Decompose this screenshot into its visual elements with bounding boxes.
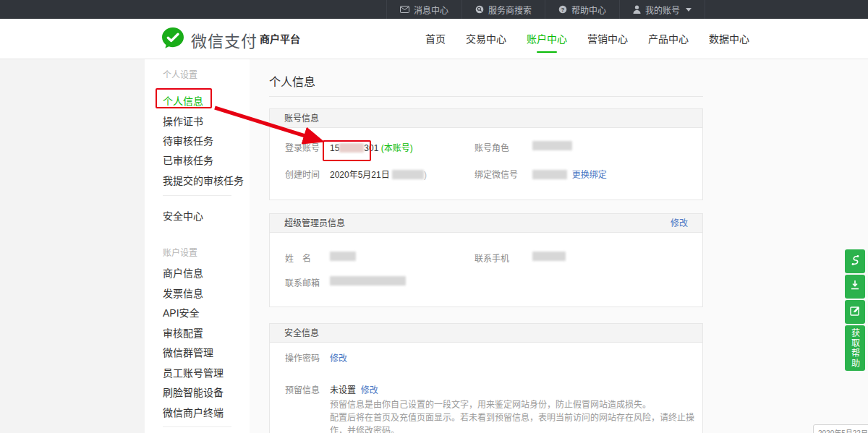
reserved-info-value: 未设置 修改	[330, 383, 378, 395]
sidebar-item-wechat-group-management[interactable]: 微信群管理	[163, 345, 213, 359]
brand-logo[interactable]: 微信支付	[161, 26, 258, 53]
topbar: 消息中心 服务商搜索 ? 帮助中心 我的账号	[0, 0, 868, 19]
card-header-title: 超级管理员信息	[284, 214, 345, 232]
redacted-blur	[532, 141, 572, 150]
bound-wechat-label: 绑定微信号	[475, 168, 518, 180]
brand-name: 微信支付	[191, 28, 258, 51]
float-widget: 获取帮助	[845, 249, 865, 371]
sidebar-item-reviewed-tasks[interactable]: 已审核任务	[163, 153, 213, 167]
card-header-title: 安全信息	[284, 324, 319, 342]
contact-email-label: 联系邮箱	[285, 276, 320, 288]
float-download-button[interactable]	[845, 275, 865, 299]
sidebar-item-wechat-merchant-terminal[interactable]: 微信商户终端	[163, 405, 224, 419]
redacted-blur	[392, 170, 424, 179]
nav-account-center[interactable]: 账户中心	[527, 19, 567, 59]
download-icon	[850, 280, 860, 293]
sidebar-item-operation-certificate[interactable]: 操作证书	[163, 113, 203, 128]
reserved-info-row: 预留信息 未设置 修改	[270, 383, 702, 395]
search-icon	[475, 5, 484, 14]
sidebar-item-face-smart-device[interactable]: 刷脸智能设备	[163, 385, 224, 399]
reserved-info-modify-link[interactable]: 修改	[361, 385, 378, 395]
float-link-button[interactable]	[845, 249, 865, 273]
redacted-blur	[532, 252, 566, 261]
topbar-item-label: 我的账号	[645, 4, 680, 16]
get-help-button[interactable]: 获取帮助	[845, 325, 865, 371]
sidebar-item-personal-info[interactable]: 个人信息	[163, 93, 203, 108]
wechat-pay-merchant-platform: 消息中心 服务商搜索 ? 帮助中心 我的账号 微信支付 商户平台 首页 交易中心…	[0, 0, 868, 433]
sidebar-section-personal-settings: 个人设置	[163, 68, 197, 80]
name-label: 姓 名	[285, 252, 311, 264]
sidebar-item-merchant-info[interactable]: 商户信息	[163, 265, 203, 280]
user-icon	[633, 5, 641, 14]
edit-icon	[850, 306, 860, 319]
question-icon: ?	[558, 5, 567, 14]
nav-product-center[interactable]: 产品中心	[648, 19, 689, 59]
operation-password-row: 操作密码 修改	[270, 351, 702, 363]
redacted-blur	[330, 276, 406, 286]
login-account-value: 15301 (本账号)	[330, 141, 413, 153]
reserved-info-note: 预留信息是由你自己设置的一段文字，用来鉴定网站身份，防止假冒网站造成损失。 配置…	[330, 398, 702, 433]
security-info-card-header: 安全信息	[270, 324, 702, 343]
note-line: 预留信息是由你自己设置的一段文字，用来鉴定网站身份，防止假冒网站造成损失。	[330, 398, 702, 411]
created-time-row: 创建时间 2020年5月21日 ) 绑定微信号 更换绑定	[270, 168, 702, 179]
login-account-row: 登录账号 15301 (本账号) 账号角色	[270, 141, 702, 153]
main-nav: 首页 交易中心 账户中心 营销中心 产品中心 数据中心	[425, 19, 749, 59]
mail-icon	[400, 6, 409, 13]
reserved-info-label: 预留信息	[285, 383, 320, 395]
redacted-blur	[330, 252, 356, 261]
float-edit-button[interactable]	[845, 300, 865, 324]
portal-label: 商户平台	[249, 33, 300, 45]
topbar-provider-search[interactable]: 服务商搜索	[461, 0, 545, 19]
page-title: 个人信息	[269, 72, 315, 90]
password-modify-link[interactable]: 修改	[330, 353, 347, 364]
date-tooltip: 2020年5月22日	[813, 424, 868, 433]
contact-email-value	[330, 276, 406, 286]
topbar-help-center[interactable]: ? 帮助中心	[545, 0, 619, 19]
topbar-item-label: 帮助中心	[571, 4, 606, 16]
nav-home[interactable]: 首页	[425, 19, 446, 59]
admin-modify-link[interactable]: 修改	[671, 214, 688, 232]
topbar-item-label: 消息中心	[414, 4, 448, 16]
path-icon	[850, 254, 860, 269]
sidebar-divider	[163, 195, 231, 196]
admin-name-row: 姓 名 联系手机	[270, 252, 702, 263]
header: 微信支付 商户平台 首页 交易中心 账户中心 营销中心 产品中心 数据中心	[0, 19, 868, 59]
super-admin-card-header: 超级管理员信息 修改	[270, 214, 702, 233]
topbar-my-account[interactable]: 我的账号	[619, 0, 705, 19]
account-role-value	[532, 141, 572, 151]
contact-phone-value	[532, 252, 566, 262]
sidebar-item-api-security[interactable]: API安全	[163, 305, 200, 320]
created-time-value: 2020年5月21日 )	[330, 168, 427, 180]
nav-marketing-center[interactable]: 营销中心	[587, 19, 628, 59]
nav-data-center[interactable]: 数据中心	[709, 19, 749, 59]
sidebar-item-my-submitted-tasks[interactable]: 我提交的审核任务	[163, 173, 244, 187]
rebind-link[interactable]: 更换绑定	[572, 170, 607, 180]
account-role-label: 账号角色	[475, 141, 509, 153]
sidebar-item-invoice-info[interactable]: 发票信息	[163, 286, 203, 300]
card-header-title: 账号信息	[284, 109, 319, 127]
bound-wechat-value: 更换绑定	[532, 168, 607, 180]
sidebar-item-review-config[interactable]: 审核配置	[163, 325, 203, 340]
sidebar-section-account-settings: 账户设置	[163, 246, 197, 258]
sidebar-item-security-center[interactable]: 安全中心	[163, 208, 203, 223]
contact-phone-label: 联系手机	[475, 252, 509, 264]
nav-trade-center[interactable]: 交易中心	[466, 19, 506, 59]
account-info-card-header: 账号信息	[270, 109, 702, 128]
svg-text:?: ?	[561, 7, 565, 13]
topbar-message-center[interactable]: 消息中心	[386, 0, 461, 19]
wechat-pay-logo-icon	[161, 26, 185, 53]
sidebar-item-pending-review-tasks[interactable]: 待审核任务	[163, 133, 213, 147]
sidebar-item-staff-account-management[interactable]: 员工账号管理	[163, 365, 224, 380]
operation-password-label: 操作密码	[285, 351, 320, 364]
super-admin-card: 超级管理员信息 修改 姓 名 联系手机 联系邮箱	[269, 213, 703, 307]
caret-down-icon	[686, 8, 692, 12]
login-account-label: 登录账号	[285, 141, 320, 153]
account-info-card: 账号信息 登录账号 15301 (本账号) 账号角色 创建时间 2020年5月2…	[269, 108, 703, 200]
title-divider	[269, 96, 703, 97]
admin-email-row: 联系邮箱	[270, 276, 702, 288]
security-info-card: 安全信息 操作密码 修改 预留信息 未设置 修改 预留信息是由你自己设置的一段文…	[269, 323, 703, 433]
sidebar: 个人设置 个人信息 操作证书 待审核任务 已审核任务 我提交的审核任务 安全中心…	[145, 59, 250, 433]
current-account-tag: (本账号)	[381, 143, 413, 153]
name-value	[330, 252, 356, 262]
redacted-blur	[532, 170, 567, 179]
